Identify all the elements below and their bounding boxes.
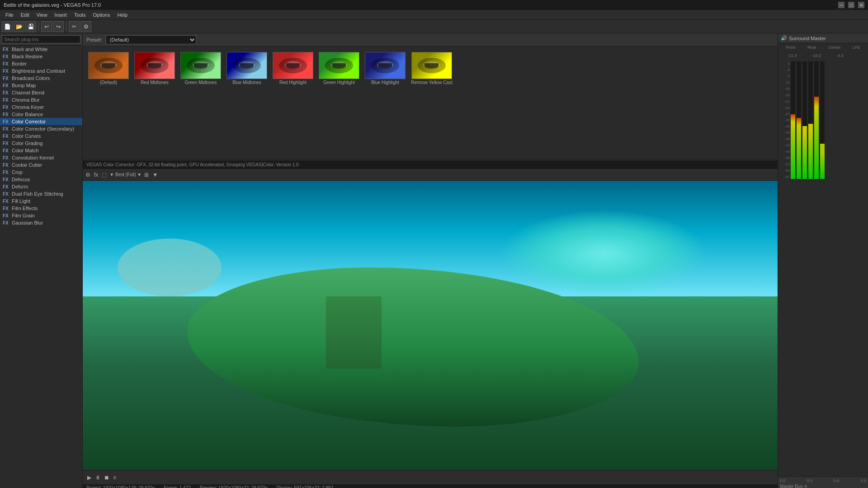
effect-item-broadcast-colors[interactable]: FXBroadcast Colors bbox=[0, 75, 82, 82]
audio-panel: 🔊 Surround Master Front Rear Center LFE … bbox=[778, 33, 868, 488]
effect-item-gaussian-blur[interactable]: FXGaussian Blur bbox=[0, 219, 82, 226]
preset-item-red-midtones[interactable]: Red Midtones bbox=[132, 50, 177, 158]
effect-name: Color Grading bbox=[12, 141, 42, 146]
effect-item-cookie-cutter[interactable]: FXCookie Cutter bbox=[0, 161, 82, 169]
preset-name: Red Midtones bbox=[141, 80, 169, 85]
effect-item-fill-light[interactable]: FXFill Light bbox=[0, 197, 82, 205]
effect-item-defocus[interactable]: FXDefocus bbox=[0, 176, 82, 183]
cut-button[interactable]: ✂ bbox=[69, 21, 80, 32]
meter-fill-5 bbox=[814, 97, 819, 179]
rear-label: Rear bbox=[807, 45, 816, 50]
close-button[interactable]: ✕ bbox=[858, 2, 864, 8]
minimize-button[interactable]: ─ bbox=[838, 2, 844, 8]
maximize-button[interactable]: □ bbox=[848, 2, 854, 8]
effect-item-color-corrector[interactable]: FXColor Corrector bbox=[0, 118, 82, 125]
preset-item-green-highlight[interactable]: Green Highlight bbox=[317, 50, 361, 158]
meter-fill-3 bbox=[802, 126, 807, 179]
effect-name: Defocus bbox=[12, 177, 30, 182]
pause-button[interactable]: ⏸ bbox=[94, 474, 101, 482]
undo-button[interactable]: ↩ bbox=[41, 21, 52, 32]
preset-item-blue-highlight[interactable]: Blue Highlight bbox=[363, 50, 407, 158]
meter-values: -11.3 -10.2 -4.3 bbox=[778, 52, 868, 60]
menu-help[interactable]: Help bbox=[113, 11, 131, 19]
menu-insert[interactable]: Insert bbox=[51, 11, 71, 19]
rear-value: -10.2 bbox=[812, 53, 821, 58]
fx-label: FX bbox=[3, 184, 10, 189]
effect-item-color-curves[interactable]: FXColor Curves bbox=[0, 132, 82, 140]
master-bus: 0.0 0.0 0.0 0.0 Master Bus ✕ bbox=[778, 476, 868, 488]
effect-item-dual-fish-eye-stitching[interactable]: FXDual Fish Eye Stitching bbox=[0, 190, 82, 197]
save-button[interactable]: 💾 bbox=[25, 21, 36, 32]
meter-ch5 bbox=[814, 61, 819, 179]
preview-viewport bbox=[83, 181, 778, 470]
preview-area: ⚙ fx ⬚ ▼ Best (Full) ▼ ⊞ ▼ bbox=[83, 169, 778, 488]
effect-item-color-grading[interactable]: FXColor Grading bbox=[0, 140, 82, 147]
effect-item-black-and-white[interactable]: FXBlack and White bbox=[0, 46, 82, 53]
preset-item-blue-midtones[interactable]: Blue Midtones bbox=[225, 50, 269, 158]
preview-grid-icon[interactable]: ⊞ bbox=[143, 171, 150, 179]
preset-item-(default)[interactable]: (Default) bbox=[86, 50, 131, 158]
preview-playback-controls: ▶ ⏸ ⏹ ≡ bbox=[83, 470, 778, 484]
effect-item-film-grain[interactable]: FXFilm Grain bbox=[0, 212, 82, 219]
effect-item-brightness-and-contrast[interactable]: FXBrightness and Contrast bbox=[0, 67, 82, 75]
loop-button[interactable]: ≡ bbox=[112, 474, 117, 482]
fx-label: FX bbox=[3, 61, 10, 66]
menu-tools[interactable]: Tools bbox=[71, 11, 90, 19]
preview-fx-icon[interactable]: fx bbox=[93, 171, 99, 179]
preview-zoom-icon[interactable]: ⬚ bbox=[101, 171, 108, 179]
settings-button[interactable]: ⚙ bbox=[80, 21, 91, 32]
preset-thumb bbox=[134, 52, 175, 79]
effect-item-crop[interactable]: FXCrop bbox=[0, 169, 82, 176]
effect-item-deform[interactable]: FXDeform bbox=[0, 183, 82, 190]
preview-settings-icon[interactable]: ⚙ bbox=[85, 171, 91, 179]
effect-name: Fill Light bbox=[12, 198, 30, 204]
fx-label: FX bbox=[3, 199, 10, 204]
search-input[interactable] bbox=[2, 35, 80, 43]
new-button[interactable]: 📄 bbox=[2, 21, 13, 32]
preset-item-green-midtones[interactable]: Green Midtones bbox=[179, 50, 223, 158]
preset-name: Green Highlight bbox=[323, 80, 354, 85]
effect-item-chroma-blur[interactable]: FXChroma Blur bbox=[0, 96, 82, 103]
fx-label: FX bbox=[3, 119, 10, 124]
menu-edit[interactable]: Edit bbox=[17, 11, 33, 19]
stop-button[interactable]: ⏹ bbox=[103, 474, 110, 482]
meter-fill-2 bbox=[797, 118, 801, 179]
redo-button[interactable]: ↪ bbox=[53, 21, 64, 32]
preview-glow bbox=[500, 210, 708, 296]
preview-options-icon[interactable]: ▼ bbox=[151, 171, 159, 179]
effect-item-color-corrector-(secondary)[interactable]: FXColor Corrector (Secondary) bbox=[0, 125, 82, 132]
menu-options[interactable]: Options bbox=[90, 11, 114, 19]
effect-item-chroma-keyer[interactable]: FXChroma Keyer bbox=[0, 103, 82, 111]
effect-item-color-match[interactable]: FXColor Match bbox=[0, 147, 82, 154]
display-info: Display: 597×336×32; 2.992 bbox=[277, 485, 333, 488]
open-button[interactable]: 📂 bbox=[14, 21, 24, 32]
preview-tree bbox=[326, 296, 382, 369]
preset-label: Preset: bbox=[86, 37, 102, 42]
menu-file[interactable]: File bbox=[2, 11, 17, 19]
meter-fill-6 bbox=[820, 144, 825, 179]
meter-channels bbox=[791, 61, 825, 179]
audio-meters: -3 -6 -9 -12 -15 -18 -21 -24 -27 -30 -33… bbox=[778, 60, 868, 476]
preview-toolbar: ⚙ fx ⬚ ▼ Best (Full) ▼ ⊞ ▼ bbox=[83, 169, 778, 181]
menu-view[interactable]: View bbox=[33, 11, 51, 19]
effect-item-bump-map[interactable]: FXBump Map bbox=[0, 82, 82, 89]
effect-item-convolution-kernel[interactable]: FXConvolution Kernel bbox=[0, 154, 82, 161]
effect-name: Dual Fish Eye Stitching bbox=[12, 191, 63, 197]
effect-item-black-restore[interactable]: FXBlack Restore bbox=[0, 53, 82, 60]
preset-item-remove-yellow-cast[interactable]: Remove Yellow Cast bbox=[409, 50, 454, 158]
preset-name: Green Midtones bbox=[184, 80, 217, 85]
effect-item-border[interactable]: FXBorder bbox=[0, 60, 82, 67]
center-label: Center bbox=[828, 45, 840, 50]
effect-item-film-effects[interactable]: FXFilm Effects bbox=[0, 205, 82, 212]
effect-item-channel-blend[interactable]: FXChannel Blend bbox=[0, 89, 82, 96]
preset-select[interactable]: (Default) bbox=[106, 35, 196, 44]
preset-name: Red Highlight bbox=[279, 80, 307, 85]
preset-item-red-highlight[interactable]: Red Highlight bbox=[271, 50, 315, 158]
surround-title: Surround Master bbox=[789, 36, 826, 41]
window-controls: ─ □ ✕ bbox=[838, 2, 864, 8]
effect-name: Gaussian Blur bbox=[12, 220, 43, 225]
effect-item-color-balance[interactable]: FXColor Balance bbox=[0, 111, 82, 118]
preview-quality[interactable]: ▼ Best (Full) ▼ bbox=[109, 172, 142, 177]
play-button[interactable]: ▶ bbox=[86, 474, 92, 482]
presets-panel: Preset: (Default) (Default) bbox=[83, 33, 778, 160]
